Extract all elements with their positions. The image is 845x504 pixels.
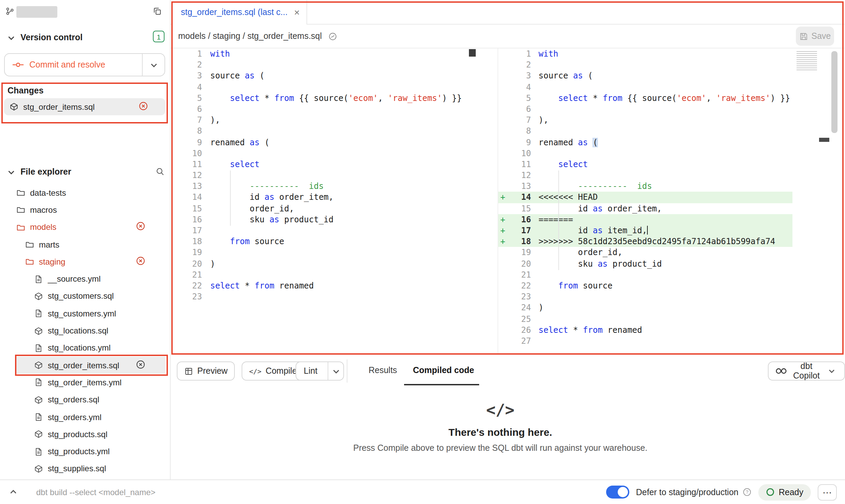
file-item[interactable]: macros [0, 202, 170, 219]
command-input[interactable]: dbt build --select <model_name> [36, 487, 156, 497]
file-item[interactable]: stg_orders.sql [0, 391, 170, 409]
code-line[interactable]: 23 [498, 291, 792, 302]
code-line[interactable]: 6 [498, 104, 792, 115]
code-line[interactable]: 23 [171, 291, 476, 302]
code-line[interactable]: 2 [171, 59, 476, 70]
file-item[interactable]: stg_locations.sql [0, 322, 170, 340]
git-branch-icon[interactable] [5, 7, 14, 16]
file-item[interactable]: data-tests [0, 184, 170, 202]
code-line[interactable]: 4 [498, 81, 792, 92]
file-item[interactable]: stg_products.yml [0, 443, 170, 460]
code-line[interactable]: 1with [171, 48, 476, 59]
code-line[interactable]: 7), [498, 115, 792, 125]
code-line[interactable]: +18>>>>>>> 58c1dd23d5eebd9cd2495fa7124ab… [498, 236, 792, 247]
commit-options-button[interactable] [142, 54, 164, 76]
code-line[interactable]: 6 [171, 104, 476, 115]
code-line[interactable]: 8 [498, 126, 792, 137]
version-control-header[interactable]: Version control 1 [0, 30, 170, 45]
code-line[interactable]: 11 select [171, 159, 476, 170]
code-line[interactable]: 21 [171, 269, 476, 280]
editor-pane-original[interactable]: 1with23source as (45 select * from {{ so… [171, 48, 476, 302]
scrollbar-thumb[interactable] [831, 51, 837, 133]
code-line[interactable]: 22 from source [498, 280, 792, 291]
file-item[interactable]: marts [0, 236, 170, 253]
code-line[interactable]: 3source as ( [498, 71, 792, 81]
editor-pane-modified[interactable]: 1with23source as (45 select * from {{ so… [498, 48, 792, 346]
file-item[interactable]: stg_supplies.sql [0, 460, 170, 478]
code-line[interactable]: 7), [171, 115, 476, 125]
search-icon[interactable] [156, 167, 164, 176]
code-line[interactable]: 13 ---------- ids [498, 181, 792, 192]
file-item[interactable]: stg_customers.sql [0, 288, 170, 305]
close-icon[interactable]: × [294, 8, 300, 17]
code-line[interactable]: 10 [498, 148, 792, 159]
code-line[interactable]: 5 select * from {{ source('ecom', 'raw_i… [171, 93, 476, 104]
copy-icon[interactable] [153, 7, 162, 16]
help-icon[interactable]: ? [743, 488, 751, 496]
ellipsis-menu-button[interactable]: ⋯ [818, 484, 837, 500]
code-line[interactable]: +16======= [498, 214, 792, 225]
code-line[interactable]: 12 [171, 170, 476, 181]
code-line[interactable]: 22select * from renamed [171, 280, 476, 291]
code-line[interactable]: 20 sku as product_id [498, 258, 792, 269]
code-line[interactable]: 9renamed as ( [171, 137, 476, 148]
compile-button[interactable]: </> Compile [242, 361, 304, 381]
code-line[interactable]: 5 select * from {{ source('ecom', 'raw_i… [498, 93, 792, 104]
code-line[interactable]: +14<<<<<<< HEAD [498, 192, 792, 203]
code-line[interactable]: 8 [171, 126, 476, 137]
file-item[interactable]: __sources.yml [0, 270, 170, 288]
code-line[interactable]: 24) [498, 302, 792, 313]
code-line[interactable]: 1with [498, 48, 792, 59]
file-item[interactable]: models [0, 219, 170, 236]
code-line[interactable]: 10 [171, 148, 476, 159]
defer-toggle[interactable] [606, 486, 629, 499]
file-item[interactable]: stg_customers.yml [0, 305, 170, 322]
lint-options-button[interactable] [328, 362, 343, 380]
commit-and-resolve-button[interactable]: Commit and resolve [4, 53, 165, 76]
code-line[interactable]: 13 ---------- ids [171, 181, 476, 192]
code-line[interactable]: 26select * from renamed [498, 324, 792, 335]
code-line[interactable]: 15 id as order_item, [498, 203, 792, 214]
ready-status-button[interactable]: Ready [758, 484, 811, 500]
file-explorer-header[interactable]: File explorer [0, 164, 170, 180]
code-line[interactable]: 17 [171, 225, 476, 236]
lint-button[interactable]: Lint [296, 361, 344, 381]
code-line[interactable]: 16 sku as product_id [171, 214, 476, 225]
file-explorer-list: data-testsmacrosmodelsmartsstaging__sour… [0, 184, 170, 477]
file-item[interactable]: staging [0, 253, 170, 270]
version-control-title: Version control [20, 33, 83, 42]
minimap[interactable] [797, 51, 817, 72]
changes-item[interactable]: stg_order_items.sql [4, 98, 165, 115]
code-line[interactable]: 19 [171, 247, 476, 258]
code-line[interactable]: 27 [498, 336, 792, 346]
code-line[interactable]: +17 id as item_id, [498, 225, 792, 236]
code-line[interactable]: 14 id as order_item, [171, 192, 476, 203]
code-line[interactable]: 20) [171, 258, 476, 269]
file-item[interactable]: stg_order_items.yml [0, 374, 170, 391]
file-item[interactable]: stg_products.sql [0, 426, 170, 443]
code-line[interactable]: 18 from source [171, 236, 476, 247]
scrollbar-thumb[interactable] [469, 49, 476, 57]
code-line[interactable]: 9renamed as ( [498, 137, 792, 148]
code-line[interactable]: 15 order_id, [171, 203, 476, 214]
dbt-copilot-button[interactable]: dbt Copilot [768, 361, 845, 381]
code-line[interactable]: 4 [171, 81, 476, 92]
code-line[interactable]: 25 [498, 313, 792, 324]
tab-stg-order-items[interactable]: stg_order_items.sql (last c... × [171, 0, 307, 25]
code-line[interactable]: 3source as ( [171, 71, 476, 81]
code-line[interactable]: 12 [498, 170, 792, 181]
preview-button[interactable]: Preview [177, 361, 235, 381]
commit-main[interactable]: Commit and resolve [5, 60, 142, 70]
tab-compiled-code[interactable]: Compiled code [413, 366, 474, 375]
chevron-up-icon[interactable] [8, 488, 18, 496]
file-item[interactable]: stg_order_items.sql [0, 357, 170, 374]
tab-results[interactable]: Results [369, 366, 397, 375]
save-button[interactable]: Save [796, 27, 834, 46]
code-line[interactable]: 2 [498, 59, 792, 70]
circle-slash-icon[interactable] [328, 32, 337, 41]
file-item[interactable]: stg_orders.yml [0, 409, 170, 426]
code-line[interactable]: 21 [498, 269, 792, 280]
file-item[interactable]: stg_locations.yml [0, 339, 170, 357]
code-line[interactable]: 11 select [498, 159, 792, 170]
code-line[interactable]: 19 order_id, [498, 247, 792, 258]
